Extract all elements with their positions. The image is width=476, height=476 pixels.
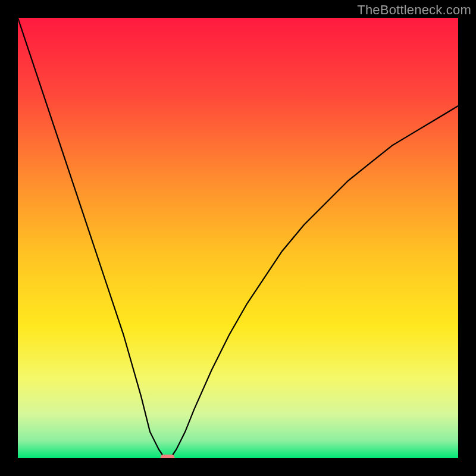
watermark-label: TheBottleneck.com bbox=[357, 2, 471, 18]
chart-svg bbox=[18, 18, 458, 458]
chart-background bbox=[18, 18, 458, 458]
plot-area bbox=[18, 18, 458, 458]
chart-frame: TheBottleneck.com bbox=[0, 0, 476, 476]
minimum-marker bbox=[161, 455, 175, 458]
